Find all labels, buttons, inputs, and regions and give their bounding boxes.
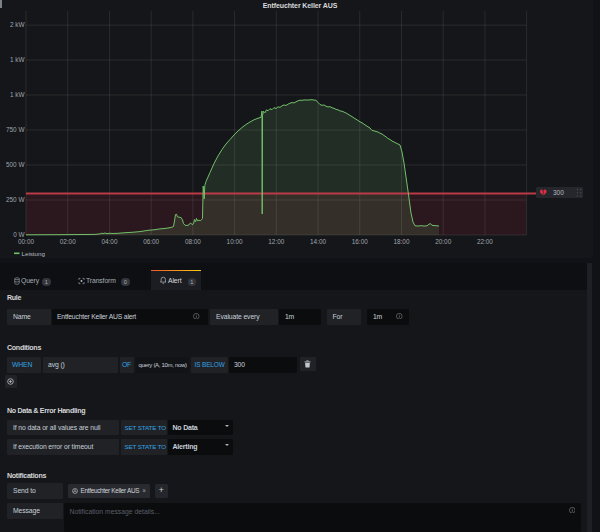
svg-text:Leistung: Leistung: [22, 250, 46, 257]
svg-text:750 W: 750 W: [6, 126, 25, 133]
svg-text:18:00: 18:00: [393, 238, 409, 245]
svg-text:500 W: 500 W: [6, 161, 25, 168]
svg-text:250 W: 250 W: [6, 196, 25, 203]
svg-text:22:00: 22:00: [477, 238, 493, 245]
svg-text:20:00: 20:00: [435, 238, 451, 245]
svg-text:04:00: 04:00: [101, 238, 117, 245]
svg-text:10:00: 10:00: [227, 238, 243, 245]
svg-text:1 kW: 1 kW: [10, 56, 26, 63]
svg-text:300: 300: [553, 189, 564, 196]
svg-text:14:00: 14:00: [310, 238, 326, 245]
svg-text:2 kW: 2 kW: [10, 21, 26, 28]
svg-text:1 kW: 1 kW: [10, 91, 26, 98]
svg-text:08:00: 08:00: [185, 238, 201, 245]
svg-text:02:00: 02:00: [60, 238, 76, 245]
svg-text:00:00: 00:00: [18, 238, 34, 245]
svg-text:16:00: 16:00: [352, 238, 368, 245]
svg-text:06:00: 06:00: [143, 238, 159, 245]
svg-text:12:00: 12:00: [268, 238, 284, 245]
